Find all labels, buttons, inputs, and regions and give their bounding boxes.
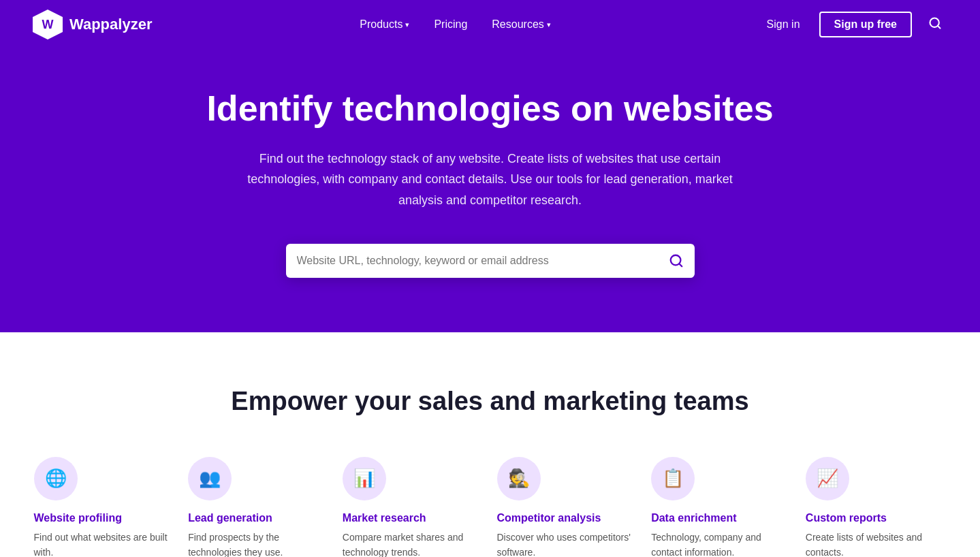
nav-search-button[interactable] bbox=[923, 14, 947, 36]
feature-icon-wrap: 🕵️ bbox=[497, 457, 541, 500]
feature-icon-wrap: 📊 bbox=[343, 457, 386, 500]
search-submit-button[interactable] bbox=[661, 246, 692, 275]
features-section: Empower your sales and marketing teams 🌐… bbox=[0, 332, 980, 557]
search-input[interactable] bbox=[297, 246, 661, 275]
products-label: Products bbox=[360, 18, 402, 31]
products-menu-button[interactable]: Products ▾ bbox=[350, 13, 419, 36]
feature-name: Market research bbox=[343, 511, 426, 526]
feature-desc: Technology, company and contact informat… bbox=[651, 530, 792, 557]
feature-item: 📋Data enrichmentTechnology, company and … bbox=[651, 457, 792, 557]
svg-line-3 bbox=[679, 264, 682, 266]
products-chevron-icon: ▾ bbox=[405, 20, 409, 29]
resources-menu-button[interactable]: Resources ▾ bbox=[482, 13, 560, 36]
feature-icon-wrap: 👥 bbox=[188, 457, 232, 500]
logo-link[interactable]: Wappalyzer bbox=[33, 10, 152, 39]
resources-chevron-icon: ▾ bbox=[547, 20, 551, 29]
feature-desc: Find prospects by the technologies they … bbox=[188, 530, 329, 557]
feature-name: Lead generation bbox=[188, 511, 272, 526]
search-bar bbox=[286, 244, 695, 278]
nav-right: Sign in Sign up free bbox=[759, 12, 947, 37]
signup-button[interactable]: Sign up free bbox=[819, 12, 912, 37]
feature-icon-wrap: 🌐 bbox=[34, 457, 78, 500]
feature-desc: Find out what websites are built with. bbox=[34, 530, 175, 557]
feature-item: 👥Lead generationFind prospects by the te… bbox=[188, 457, 329, 557]
feature-desc: Discover who uses competitors' software. bbox=[497, 530, 638, 557]
feature-desc: Create lists of websites and contacts. bbox=[806, 530, 947, 557]
hero-section: Identify technologies on websites Find o… bbox=[0, 0, 980, 332]
feature-name: Custom reports bbox=[806, 511, 887, 526]
nav-links: Products ▾ Pricing Resources ▾ bbox=[350, 13, 560, 36]
features-grid: 🌐Website profilingFind out what websites… bbox=[34, 457, 947, 557]
feature-icon-wrap: 📋 bbox=[651, 457, 695, 500]
feature-name: Data enrichment bbox=[651, 511, 736, 526]
feature-name: Website profiling bbox=[34, 511, 122, 526]
feature-item: 🌐Website profilingFind out what websites… bbox=[34, 457, 175, 557]
navbar: Wappalyzer Products ▾ Pricing Resources … bbox=[0, 0, 980, 49]
logo-icon bbox=[33, 10, 63, 39]
pricing-link[interactable]: Pricing bbox=[424, 13, 477, 36]
search-icon bbox=[928, 16, 942, 30]
svg-line-1 bbox=[938, 25, 941, 28]
signin-button[interactable]: Sign in bbox=[759, 13, 808, 36]
features-title: Empower your sales and marketing teams bbox=[33, 387, 947, 416]
resources-label: Resources bbox=[492, 18, 543, 31]
feature-item: 📈Custom reportsCreate lists of websites … bbox=[806, 457, 947, 557]
hero-subtitle: Find out the technology stack of any web… bbox=[232, 148, 749, 211]
pricing-label: Pricing bbox=[434, 18, 467, 31]
feature-icon-wrap: 📈 bbox=[806, 457, 849, 500]
feature-item: 🕵️Competitor analysisDiscover who uses c… bbox=[497, 457, 638, 557]
feature-name: Competitor analysis bbox=[497, 511, 601, 526]
hero-title: Identify technologies on websites bbox=[33, 89, 947, 129]
search-submit-icon bbox=[669, 253, 684, 268]
brand-name: Wappalyzer bbox=[69, 16, 152, 33]
feature-desc: Compare market shares and technology tre… bbox=[343, 530, 484, 557]
feature-item: 📊Market researchCompare market shares an… bbox=[343, 457, 484, 557]
